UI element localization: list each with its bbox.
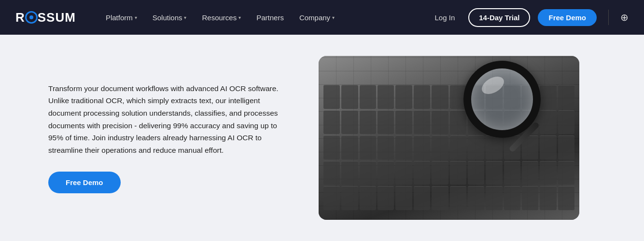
logo[interactable]: R SSUM (15, 10, 76, 25)
nav-item-partners[interactable]: Partners (250, 10, 291, 26)
nav-resources-label: Resources (202, 13, 237, 22)
trial-button[interactable]: 14-Day Trial (468, 8, 530, 27)
globe-icon[interactable]: ⊕ (620, 12, 629, 23)
content-left: Transform your document workflows with a… (39, 35, 319, 241)
nav-company-label: Company (299, 13, 330, 22)
magnifier-lens (463, 61, 541, 138)
chevron-down-icon: ▾ (238, 15, 241, 20)
login-button[interactable]: Log In (429, 10, 461, 26)
navbar-divider (608, 10, 609, 25)
chevron-down-icon: ▾ (135, 15, 137, 20)
nav-item-resources[interactable]: Resources ▾ (195, 10, 248, 26)
nav-item-company[interactable]: Company ▾ (293, 10, 341, 26)
logo-text: R SSUM (15, 10, 76, 25)
main-navigation: Platform ▾ Solutions ▾ Resources ▾ Partn… (99, 10, 429, 26)
logo-prefix: R (15, 10, 25, 25)
content-right (319, 35, 579, 241)
chevron-down-icon: ▾ (184, 15, 186, 20)
main-content: Transform your document workflows with a… (0, 35, 644, 241)
free-demo-button[interactable]: Free Demo (538, 9, 597, 26)
logo-o-icon (25, 11, 38, 24)
nav-item-platform[interactable]: Platform ▾ (99, 10, 144, 26)
navbar-actions: Log In 14-Day Trial Free Demo ⊕ (429, 8, 629, 27)
logo-suffix: SSUM (38, 10, 76, 25)
hero-image (319, 56, 579, 220)
content-description: Transform your document workflows with a… (48, 82, 290, 156)
nav-solutions-label: Solutions (153, 13, 182, 22)
main-free-demo-button[interactable]: Free Demo (48, 172, 121, 193)
navbar: R SSUM Platform ▾ Solutions ▾ Resources … (0, 0, 644, 35)
nav-item-solutions[interactable]: Solutions ▾ (146, 10, 194, 26)
magnifier-reflection (479, 73, 507, 98)
logo-o-inner (29, 15, 33, 19)
nav-partners-label: Partners (256, 13, 284, 22)
nav-platform-label: Platform (106, 13, 133, 22)
chevron-down-icon: ▾ (332, 15, 335, 20)
magnifier-icon (463, 61, 560, 157)
